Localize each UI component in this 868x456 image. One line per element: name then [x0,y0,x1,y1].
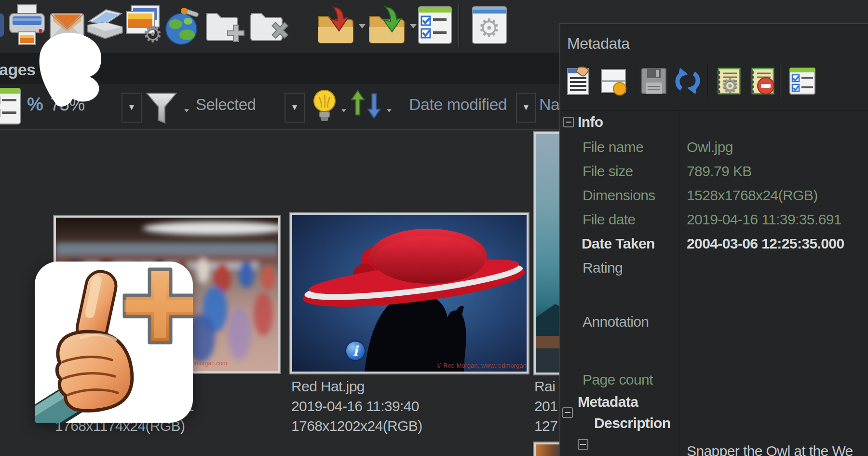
thumb2-dimensions: 1768x1202x24(RGB) [291,418,422,434]
next-sort-field-fragment[interactable]: Na [539,95,559,114]
row-value-file-size: 789.79 KB [687,163,752,180]
description-preview: Snapper the Owl at the We [687,443,853,456]
metadata-toolbar-separator [635,64,636,97]
panel-divider [560,110,868,111]
metadata-settings-icon[interactable]: ⚙ [713,66,744,97]
collapse-icon-info[interactable] [563,117,574,127]
section-info[interactable]: Info [578,114,603,130]
row-label-rating[interactable]: Rating [583,260,623,276]
row-value-date-taken: 2004-03-06 12:25:35.000 [687,235,844,252]
move-to-folder-icon[interactable] [367,6,408,47]
gear-icon: ⚙ [478,14,501,42]
thumb3-filename-fragment: Rai [534,378,555,395]
grid-column-divider [678,110,679,456]
copy-to-folder-caret[interactable] [359,24,366,28]
row-label-file-size: File size [583,163,633,180]
filter-caret-small[interactable] [184,109,189,112]
metadata-checklist-icon[interactable] [787,66,818,97]
section-metadata[interactable]: Metadata [578,394,638,410]
save-icon[interactable] [638,66,669,97]
settings-window-icon[interactable]: ⚙ [472,6,507,46]
move-to-folder-caret[interactable] [410,24,417,28]
gear-icon: ⚙ [143,21,163,47]
collapse-icon-metadata[interactable] [562,407,573,418]
svg-text:© Red Morgan, www.redmorgan.co: © Red Morgan, www.redmorgan.com [437,362,527,369]
filter-dropdown[interactable]: ▼ [285,93,305,123]
collapse-icon-description[interactable] [578,439,588,450]
metadata-panel: Metadata [559,23,868,456]
info-icon: i [346,342,365,360]
copy-to-folder-icon[interactable] [316,6,357,47]
row-label-date-taken: Date Taken [582,235,655,252]
edit-metadata-icon[interactable] [564,66,595,97]
sort-caret[interactable] [387,109,392,112]
delete-folder-icon[interactable] [249,8,291,46]
row-label-page-count: Page count [583,372,653,388]
section-description[interactable]: Description [594,415,670,431]
sort-field-dropdown[interactable]: ▼ [516,93,536,123]
sort-direction-icon[interactable] [350,89,382,126]
row-value-file-date: 2019-04-16 11:39:35.691 [687,211,841,228]
metadata-toolbar-separator [779,64,781,97]
thumb2-filename: Red Hat.jpg [291,378,365,395]
partial-toolbar-icon [0,14,4,37]
zoom-dropdown[interactable]: ▼ [122,93,142,123]
cursor-blob [29,28,111,110]
row-value-dimensions: 1528x1768x24(RGB) [687,187,818,204]
row-label-file-name: File name [583,139,643,155]
toolbar-separator [458,4,460,47]
panes-layout-icon[interactable] [598,66,629,97]
gear-icon: ⚙ [721,74,739,97]
thumb3-date-fragment: 201 [534,398,557,415]
filter-value-label[interactable]: Selected [196,96,256,114]
sort-field-label[interactable]: Date modified [409,95,507,114]
metadata-toolbar-separator [707,64,708,97]
web-icon[interactable] [163,5,203,48]
row-label-dimensions: Dimensions [583,187,655,204]
metadata-panel-title: Metadata [567,35,629,53]
thumb2-date: 2019-04-16 11:39:40 [291,398,419,415]
thumb3-dimensions-fragment: 127 [534,418,557,434]
batch-convert-icon[interactable]: ⚙ [124,5,163,48]
thumbs-up-add-cursor [35,262,193,423]
lightbulb-icon[interactable] [312,88,337,126]
view-options-icon[interactable] [0,87,21,125]
row-label-file-date: File date [583,211,636,228]
app-window: ⚙ [0,0,868,456]
metadata-toolbar: ⚙ [564,66,818,97]
row-value-file-name: Owl.jpg [687,139,733,155]
filter-funnel-icon[interactable] [145,91,178,125]
thumbnail-item-2[interactable]: © Red Morgan, www.redmorgan.com i [289,212,529,374]
lightbulb-caret[interactable] [341,109,346,112]
row-label-annotation[interactable]: Annotation [583,314,649,330]
new-folder-icon[interactable] [204,8,247,46]
remove-metadata-icon[interactable] [746,66,777,97]
batch-checklist-icon[interactable] [418,6,452,46]
refresh-icon[interactable] [672,66,703,97]
thumbnail-image-red-hat: © Red Morgan, www.redmorgan.com i [292,215,527,372]
